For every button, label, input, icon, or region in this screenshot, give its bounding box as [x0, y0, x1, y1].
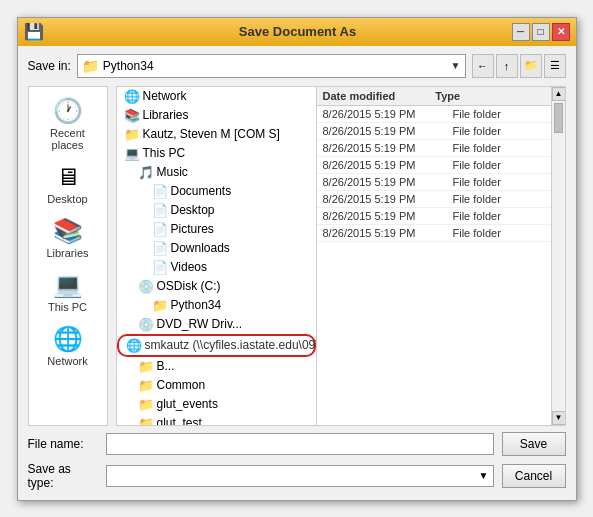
smkautz-label: smkautz (\\cyfiles.iastate.edu\09\22) (U… — [145, 338, 317, 352]
save-dialog: 💾 Save Document As ─ □ ✕ Save in: 📁 Pyth… — [17, 17, 577, 501]
tree-item-osdisk[interactable]: 💿OSDisk (C:) — [117, 277, 316, 296]
right-area: 🌐Network📚Libraries📁Kautz, Steven M [COM … — [116, 86, 566, 426]
shortcut-recent-places[interactable]: 🕐 Recent places — [33, 93, 103, 155]
tree-item-downloads[interactable]: 📄Downloads — [117, 239, 316, 258]
title-bar: 💾 Save Document As ─ □ ✕ — [18, 18, 576, 46]
details-row-2: 8/26/2015 5:19 PMFile folder — [317, 140, 551, 157]
desktop-label: Desktop — [171, 203, 215, 217]
tree-item-pictures[interactable]: 📄Pictures — [117, 220, 316, 239]
filename-row: File name: Save — [28, 432, 566, 456]
documents-icon: 📄 — [152, 184, 168, 199]
content-area: 🕐 Recent places 🖥 Desktop 📚 Libraries 💻 … — [28, 86, 566, 426]
cancel-button[interactable]: Cancel — [502, 464, 566, 488]
details-row-6: 8/26/2015 5:19 PMFile folder — [317, 208, 551, 225]
tree-item-music[interactable]: 🎵Music — [117, 163, 316, 182]
back-button[interactable]: ← — [472, 54, 494, 78]
close-button[interactable]: ✕ — [552, 23, 570, 41]
tree-item-smkautz[interactable]: 🌐smkautz (\\cyfiles.iastate.edu\09\22) (… — [117, 334, 316, 357]
tree-item-b[interactable]: 📁B... — [117, 357, 316, 376]
downloads-icon: 📄 — [152, 241, 168, 256]
filename-label: File name: — [28, 437, 98, 451]
filename-input[interactable] — [106, 433, 494, 455]
date-column-header: Date modified — [323, 90, 396, 102]
python34-icon: 📁 — [152, 298, 168, 313]
libraries-label: Libraries — [46, 247, 88, 259]
up-button[interactable]: ↑ — [496, 54, 518, 78]
type-cell-6: File folder — [453, 210, 501, 222]
osdisk-icon: 💿 — [138, 279, 154, 294]
date-cell-4: 8/26/2015 5:19 PM — [323, 176, 443, 188]
minimize-button[interactable]: ─ — [512, 23, 530, 41]
details-panel: Date modified Type 8/26/2015 5:19 PMFile… — [317, 87, 551, 425]
type-cell-0: File folder — [453, 108, 501, 120]
type-cell-5: File folder — [453, 193, 501, 205]
this-pc-label: This PC — [48, 301, 87, 313]
tree-item-glut_test[interactable]: 📁glut_test — [117, 414, 316, 425]
maximize-button[interactable]: □ — [532, 23, 550, 41]
this-pc-label: This PC — [143, 146, 186, 160]
save-in-label: Save in: — [28, 59, 71, 73]
view-button[interactable]: ☰ — [544, 54, 566, 78]
scroll-up-arrow[interactable]: ▲ — [552, 87, 566, 101]
date-cell-0: 8/26/2015 5:19 PM — [323, 108, 443, 120]
glut_test-icon: 📁 — [138, 416, 154, 425]
scroll-thumb[interactable] — [554, 103, 563, 133]
nav-buttons: ← ↑ 📁 ☰ — [472, 54, 566, 78]
kautz-label: Kautz, Steven M [COM S] — [143, 127, 280, 141]
tree-item-desktop[interactable]: 📄Desktop — [117, 201, 316, 220]
save-button[interactable]: Save — [502, 432, 566, 456]
shortcut-network[interactable]: 🌐 Network — [33, 321, 103, 371]
save-in-combo[interactable]: 📁 Python34 ▼ — [77, 54, 466, 78]
filetype-combo[interactable]: ▼ — [106, 465, 494, 487]
pictures-label: Pictures — [171, 222, 214, 236]
libraries-icon: 📚 — [53, 217, 83, 245]
scroll-down-arrow[interactable]: ▼ — [552, 411, 566, 425]
tree-item-kautz[interactable]: 📁Kautz, Steven M [COM S] — [117, 125, 316, 144]
tree-item-videos[interactable]: 📄Videos — [117, 258, 316, 277]
documents-label: Documents — [171, 184, 232, 198]
tree-panel[interactable]: 🌐Network📚Libraries📁Kautz, Steven M [COM … — [117, 87, 317, 425]
date-cell-3: 8/26/2015 5:19 PM — [323, 159, 443, 171]
details-row-4: 8/26/2015 5:19 PMFile folder — [317, 174, 551, 191]
common-label: Common — [157, 378, 206, 392]
downloads-label: Downloads — [171, 241, 230, 255]
network-label: Network — [143, 89, 187, 103]
libraries-label: Libraries — [143, 108, 189, 122]
network-label: Network — [47, 355, 87, 367]
tree-item-glut_events[interactable]: 📁glut_events — [117, 395, 316, 414]
shortcut-libraries[interactable]: 📚 Libraries — [33, 213, 103, 263]
type-cell-3: File folder — [453, 159, 501, 171]
this-pc-icon: 💻 — [53, 271, 83, 299]
network-icon: 🌐 — [124, 89, 140, 104]
tree-item-common[interactable]: 📁Common — [117, 376, 316, 395]
window-controls: ─ □ ✕ — [512, 23, 570, 41]
type-column-header: Type — [435, 90, 460, 102]
shortcut-this-pc[interactable]: 💻 This PC — [33, 267, 103, 317]
file-pane: 🌐Network📚Libraries📁Kautz, Steven M [COM … — [116, 86, 566, 426]
tree-item-python34[interactable]: 📁Python34 — [117, 296, 316, 315]
glut_events-label: glut_events — [157, 397, 218, 411]
dvd-label: DVD_RW Driv... — [157, 317, 243, 331]
dialog-icon: 💾 — [24, 22, 44, 41]
date-cell-1: 8/26/2015 5:19 PM — [323, 125, 443, 137]
shortcut-desktop[interactable]: 🖥 Desktop — [33, 159, 103, 209]
details-row-3: 8/26/2015 5:19 PMFile folder — [317, 157, 551, 174]
details-row-1: 8/26/2015 5:19 PMFile folder — [317, 123, 551, 140]
date-cell-7: 8/26/2015 5:19 PM — [323, 227, 443, 239]
filetype-combo-arrow: ▼ — [479, 470, 489, 481]
tree-item-libraries[interactable]: 📚Libraries — [117, 106, 316, 125]
tree-item-this-pc[interactable]: 💻This PC — [117, 144, 316, 163]
tree-item-network[interactable]: 🌐Network — [117, 87, 316, 106]
kautz-icon: 📁 — [124, 127, 140, 142]
date-cell-5: 8/26/2015 5:19 PM — [323, 193, 443, 205]
combo-dropdown-icon: ▼ — [451, 60, 461, 71]
type-cell-2: File folder — [453, 142, 501, 154]
details-header: Date modified Type — [317, 87, 551, 106]
details-row-0: 8/26/2015 5:19 PMFile folder — [317, 106, 551, 123]
tree-item-documents[interactable]: 📄Documents — [117, 182, 316, 201]
tree-item-dvd[interactable]: 💿DVD_RW Driv... — [117, 315, 316, 334]
videos-label: Videos — [171, 260, 207, 274]
scrollbar[interactable]: ▲ ▼ — [551, 87, 565, 425]
recent-places-label: Recent places — [37, 127, 99, 151]
new-folder-button[interactable]: 📁 — [520, 54, 542, 78]
